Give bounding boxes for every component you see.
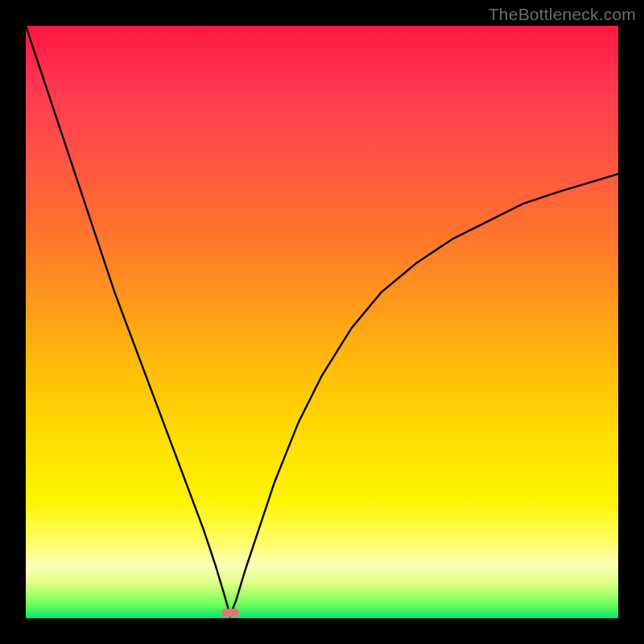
watermark-text: TheBottleneck.com	[489, 5, 636, 24]
minimum-marker	[221, 609, 239, 617]
chart-frame: TheBottleneck.com	[0, 0, 644, 644]
bottleneck-curve	[26, 26, 618, 615]
curve-svg	[26, 26, 618, 618]
plot-area	[26, 26, 618, 618]
